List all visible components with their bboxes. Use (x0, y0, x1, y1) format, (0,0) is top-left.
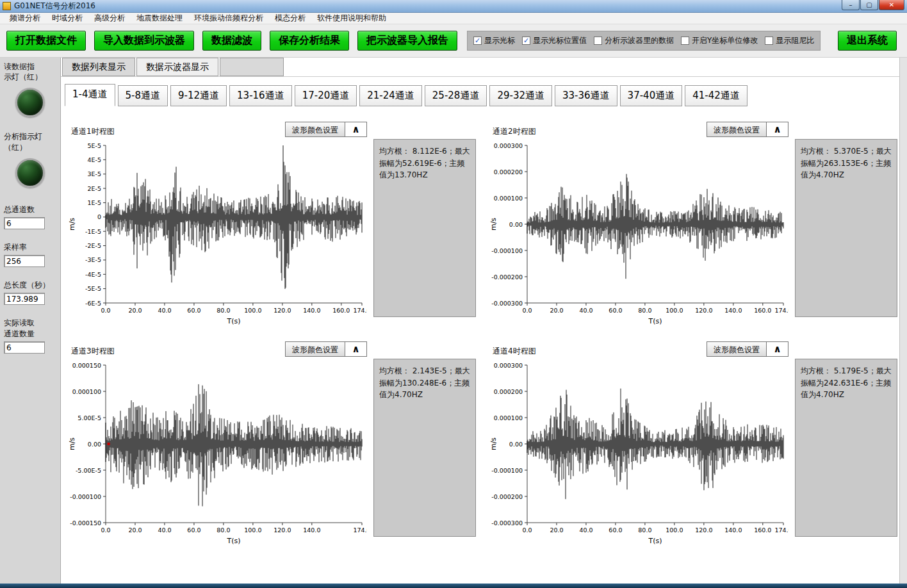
waveform-chart[interactable]: 0.0001500.0001005.00E-50.00-5.00E-5-0.00… (66, 359, 367, 546)
menu-item[interactable]: 频谱分析 (4, 13, 46, 24)
checkbox-label: 分析示波器里的数据 (605, 35, 674, 46)
channel-tab[interactable]: 29-32通道 (489, 85, 552, 106)
view-tab[interactable]: 数据列表显示 (62, 58, 135, 76)
svg-text:T(s): T(s) (648, 537, 662, 545)
channel-tab[interactable]: 17-20通道 (295, 85, 357, 106)
close-button[interactable]: ✕ (879, 0, 904, 10)
chart-stats-box: 均方根： 2.143E-5；最大振幅为130.248E-6；主频值为4.70HZ (373, 359, 476, 537)
svg-text:2E-5: 2E-5 (87, 185, 101, 192)
channel-tab[interactable]: 9-12通道 (170, 85, 227, 106)
checkbox-option[interactable]: ✓显示光标位置值 (522, 35, 587, 46)
svg-text:80.0: 80.0 (217, 527, 230, 534)
sidebar-field-label: 总长度（秒） (0, 280, 60, 290)
waveform-chart[interactable]: 0.0003000.0002000.0001000.00-0.000100-0.… (487, 359, 789, 546)
svg-text:40.0: 40.0 (579, 527, 592, 534)
channel-tab[interactable]: 37-40通道 (620, 85, 683, 106)
svg-text:100.0: 100.0 (244, 307, 261, 314)
svg-text:-5E-5: -5E-5 (85, 285, 101, 292)
svg-text:140.0: 140.0 (724, 527, 742, 534)
svg-text:T(s): T(s) (226, 317, 240, 325)
chart-panel: 通道3时程图 波形颜色设置 ∧ 0.0001500.0001005.00E-50… (66, 341, 481, 546)
checkbox-option[interactable]: ✓显示光标 (473, 35, 515, 46)
svg-text:m/s: m/s (68, 437, 76, 450)
menu-item[interactable]: 环境振动倍频程分析 (188, 13, 269, 24)
svg-text:0.00: 0.00 (509, 221, 523, 228)
svg-text:m/s: m/s (489, 218, 498, 231)
wave-color-settings-button[interactable]: 波形颜色设置 ∧ (285, 122, 367, 137)
toolbar-button[interactable]: 把示波器导入报告 (357, 31, 457, 51)
chart-title: 通道4时程图 (493, 346, 536, 357)
menu-item[interactable]: 软件使用说明和帮助 (311, 13, 392, 24)
checkbox-box[interactable] (594, 37, 602, 45)
chevron-up-icon[interactable]: ∧ (345, 122, 366, 136)
wave-color-settings-button[interactable]: 波形颜色设置 ∧ (707, 122, 789, 137)
svg-text:60.0: 60.0 (187, 527, 200, 534)
channel-tab[interactable]: 33-36通道 (555, 85, 617, 106)
toolbar-button[interactable]: 导入数据到示波器 (94, 31, 194, 51)
svg-text:174.0: 174.0 (774, 527, 789, 534)
checkbox-box[interactable] (681, 37, 689, 45)
chevron-up-icon[interactable]: ∧ (345, 342, 366, 356)
menu-item[interactable]: 时域分析 (46, 13, 88, 24)
menu-item[interactable]: 模态分析 (269, 13, 311, 24)
sidebar-field-value: 6 (4, 341, 45, 354)
chevron-up-icon[interactable]: ∧ (766, 342, 788, 356)
sidebar: 读数据指 示灯（红） 分析指示灯 （红） 总通道数6采样率256总长度（秒）17… (0, 58, 61, 584)
waveform-chart[interactable]: 0.0003000.0002000.0001000.00-0.000100-0.… (487, 139, 789, 326)
svg-text:20.0: 20.0 (128, 307, 142, 314)
checkbox-option[interactable]: 开启Y坐标单位修改 (681, 35, 758, 46)
chart-stats-box: 均方根： 8.112E-6；最大振幅为52.619E-6；主频值为13.70HZ (373, 139, 476, 317)
svg-text:0.000300: 0.000300 (494, 362, 523, 369)
checkbox-label: 显示阻尼比 (776, 35, 814, 46)
chart-panel: 通道1时程图 波形颜色设置 ∧ 5E-54E-53E-52E-51E-50-1E… (66, 122, 481, 326)
wave-color-settings-label: 波形颜色设置 (707, 342, 766, 356)
svg-text:40.0: 40.0 (158, 307, 171, 314)
maximize-button[interactable]: ▢ (860, 0, 878, 10)
vertical-scrollbar[interactable] (899, 58, 907, 584)
channel-tab[interactable]: 21-24通道 (359, 85, 422, 106)
svg-text:T(s): T(s) (648, 317, 662, 325)
menu-item[interactable]: 地震数据处理 (131, 13, 188, 24)
checkbox-option[interactable]: 分析示波器里的数据 (594, 35, 674, 46)
checkbox-box[interactable]: ✓ (522, 37, 530, 45)
menu-item[interactable]: 高级分析 (88, 13, 131, 24)
wave-color-settings-button[interactable]: 波形颜色设置 ∧ (285, 341, 367, 357)
svg-text:-4E-5: -4E-5 (85, 271, 101, 278)
svg-text:5.00E-5: 5.00E-5 (78, 414, 101, 421)
svg-text:120.0: 120.0 (274, 527, 291, 534)
toolbar-button[interactable]: 数据滤波 (202, 31, 261, 51)
exit-system-button[interactable]: 退出系统 (838, 31, 897, 51)
toolbar-buttons: 打开数据文件导入数据到示波器数据滤波保存分析结果把示波器导入报告 (6, 31, 466, 51)
channel-tab[interactable]: 1-4通道 (65, 84, 115, 106)
channel-tab[interactable]: 13-16通道 (229, 85, 292, 106)
checkbox-box[interactable]: ✓ (473, 37, 482, 45)
svg-text:3E-5: 3E-5 (87, 170, 101, 177)
checkbox-option[interactable]: 显示阻尼比 (765, 35, 814, 46)
channel-tab[interactable]: 5-8通道 (118, 85, 168, 106)
svg-text:-3E-5: -3E-5 (85, 256, 101, 263)
svg-text:60.0: 60.0 (609, 307, 622, 314)
checkbox-box[interactable] (765, 37, 773, 45)
svg-text:-0.000200: -0.000200 (491, 493, 523, 500)
toolbar-button[interactable]: 打开数据文件 (6, 31, 86, 51)
wave-color-settings-button[interactable]: 波形颜色设置 ∧ (707, 341, 789, 357)
chart-header: 通道2时程图 波形颜色设置 ∧ (487, 122, 789, 137)
svg-text:-1E-5: -1E-5 (85, 228, 101, 235)
svg-text:4E-5: 4E-5 (87, 156, 101, 163)
svg-text:0.000100: 0.000100 (72, 388, 101, 395)
analysis-indicator-led (15, 158, 45, 188)
sidebar-field-value: 6 (4, 217, 45, 229)
channel-tab[interactable]: 41-42通道 (685, 85, 748, 106)
svg-text:100.0: 100.0 (666, 527, 683, 534)
minimize-button[interactable]: – (842, 0, 860, 10)
chevron-up-icon[interactable]: ∧ (766, 122, 788, 136)
channel-tab[interactable]: 25-28通道 (425, 85, 487, 106)
svg-text:T(s): T(s) (226, 537, 240, 545)
svg-text:0.00: 0.00 (88, 441, 101, 448)
chart-stats-box: 均方根： 5.179E-5；最大振幅为242.631E-6；主频值为4.70HZ (795, 359, 897, 537)
checkbox-label: 显示光标 (484, 35, 515, 46)
waveform-chart[interactable]: 5E-54E-53E-52E-51E-50-1E-5-2E-5-3E-5-4E-… (66, 139, 367, 326)
toolbar-button[interactable]: 保存分析结果 (270, 31, 349, 51)
svg-text:-2E-5: -2E-5 (85, 242, 101, 249)
view-tab[interactable]: 数据示波器显示 (136, 58, 218, 76)
